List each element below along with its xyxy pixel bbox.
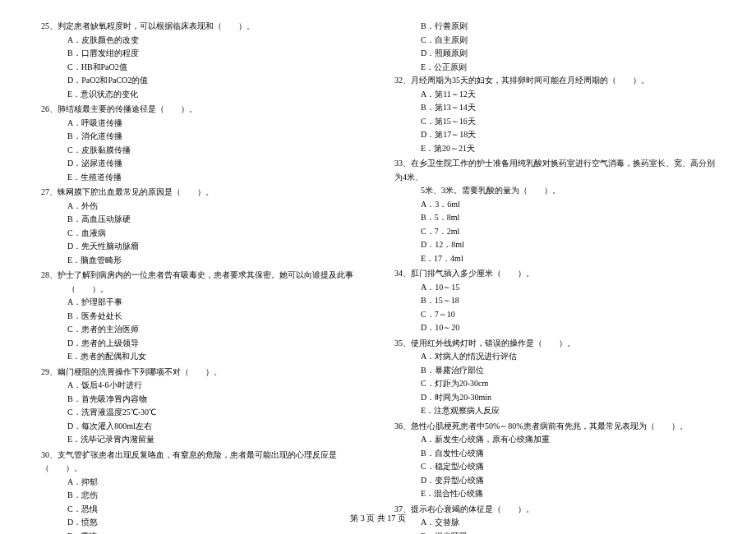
question-block: 27、蛛网膜下腔出血最常见的原因是（ ）。A．外伤B．高血压动脉硬C．血液病D．… xyxy=(41,186,362,267)
answer-option: E．注意观察病人反应 xyxy=(394,404,715,418)
question-block: 25、判定患者缺氧程度时，可以根据临床表现和（ ）。A．皮肤颜色的改变B．口唇发… xyxy=(41,20,362,101)
question-block: 32、月经周期为35天的妇女，其排卵时间可能在月经周期的（ ）。A．第11～12… xyxy=(394,74,715,155)
question-block: 29、幽门梗阻的洗胃操作下列哪项不对（ ）。A．饭后4-6小时进行B．首先吸净胃… xyxy=(41,366,362,447)
answer-option: E．第20～21天 xyxy=(394,142,715,156)
answer-option: B．医务处处长 xyxy=(41,310,362,324)
answer-option: A．外伤 xyxy=(41,200,362,214)
question-block: 33、在乡卫生院工作的护士准备用纯乳酸对换药室进行空气消毒，换药室长、宽、高分别… xyxy=(394,157,715,265)
answer-option: C．自主原则 xyxy=(394,34,715,48)
question-continuation: （ ）。 xyxy=(41,283,362,297)
answer-option: D．每次灌入800ml左右 xyxy=(41,420,362,434)
answer-option: E．混合性心绞痛 xyxy=(394,487,715,501)
answer-option: A．皮肤颜色的改变 xyxy=(41,34,362,48)
question-text: 30、支气管扩张患者出现反复咯血，有窒息的危险，患者最可能出现的心理反应是（ ）… xyxy=(41,449,362,476)
answer-option: C．患者的主治医师 xyxy=(41,323,362,337)
answer-option: A．呼吸道传播 xyxy=(41,117,362,131)
question-text: 34、肛门排气插入多少厘米（ ）。 xyxy=(394,267,715,281)
answer-option: B．端坐呼吸 xyxy=(394,530,715,535)
question-continuation: 5米、3米。需要乳酸的量为（ ）。 xyxy=(394,184,715,198)
question-text: 26、肺结核最主要的传播途径是（ ）。 xyxy=(41,103,362,117)
answer-option: B．口唇发绀的程度 xyxy=(41,47,362,61)
answer-option: E．震惊 xyxy=(41,530,362,535)
answer-option: D．照顾原则 xyxy=(394,47,715,61)
answer-option: D．PaO2和PaCO2的值 xyxy=(41,74,362,88)
answer-option: B．自发性心绞痛 xyxy=(394,447,715,461)
question-text: 25、判定患者缺氧程度时，可以根据临床表现和（ ）。 xyxy=(41,20,362,34)
question-text: 33、在乡卫生院工作的护士准备用纯乳酸对换药室进行空气消毒，换药室长、宽、高分别… xyxy=(394,157,715,184)
answer-option: D．时间为20-30min xyxy=(394,391,715,405)
answer-option: E．患者的配偶和儿女 xyxy=(41,350,362,364)
answer-option: E．脑血管畸形 xyxy=(41,254,362,268)
question-block: 28、护士了解到病房内的一位患者曾有吸毒史，患者要求其保密。她可以向谁提及此事（… xyxy=(41,269,362,364)
answer-option: A．新发生心绞痛，原有心绞痛加重 xyxy=(394,433,715,447)
answer-option: C．皮肤黏膜传播 xyxy=(41,144,362,158)
answer-option: B．悲伤 xyxy=(41,489,362,503)
answer-option: C．灯距为20-30cm xyxy=(394,377,715,391)
answer-option: D．第17～18天 xyxy=(394,128,715,142)
question-text: 36、急性心肌梗死患者中50%～80%患者病前有先兆，其最常见表现为（ ）。 xyxy=(394,420,715,434)
answer-option: C．血液病 xyxy=(41,227,362,241)
answer-option: B．行善原则 xyxy=(394,20,715,34)
answer-option: D．患者的上级领导 xyxy=(41,337,362,351)
answer-option: A．抑郁 xyxy=(41,476,362,490)
answer-option: A．饭后4-6小时进行 xyxy=(41,379,362,393)
answer-option: C．7．2ml xyxy=(394,225,715,239)
question-block: 26、肺结核最主要的传播途径是（ ）。A．呼吸道传播B．消化道传播C．皮肤黏膜传… xyxy=(41,103,362,184)
answer-option: C．HB和PaO2值 xyxy=(41,61,362,75)
question-block: 35、使用红外线烤灯时，错误的操作是（ ）。A．对病人的情况进行评估B．暴露治疗… xyxy=(394,337,715,418)
answer-option: B．第13～14天 xyxy=(394,101,715,115)
answer-option: B．15～18 xyxy=(394,294,715,308)
answer-option: D．泌尿道传播 xyxy=(41,157,362,171)
question-text: 29、幽门梗阻的洗胃操作下列哪项不对（ ）。 xyxy=(41,366,362,380)
question-text: 28、护士了解到病房内的一位患者曾有吸毒史，患者要求其保密。她可以向谁提及此事 xyxy=(41,269,362,283)
right-column: B．行善原则C．自主原则D．照顾原则E．公正原则32、月经周期为35天的妇女，其… xyxy=(394,20,715,534)
answer-option: C．第15～16天 xyxy=(394,115,715,129)
question-block: 34、肛门排气插入多少厘米（ ）。A．10～15B．15～18C．7～10D．1… xyxy=(394,267,715,335)
answer-option: A．第11～12天 xyxy=(394,88,715,102)
answer-option: A．10～15 xyxy=(394,281,715,295)
answer-option: E．公正原则 xyxy=(394,61,715,75)
left-column: 25、判定患者缺氧程度时，可以根据临床表现和（ ）。A．皮肤颜色的改变B．口唇发… xyxy=(41,20,362,534)
answer-option: A．3．6ml xyxy=(394,198,715,212)
exam-page: 25、判定患者缺氧程度时，可以根据临床表现和（ ）。A．皮肤颜色的改变B．口唇发… xyxy=(0,0,756,534)
answer-option: D．先天性脑动脉瘤 xyxy=(41,240,362,254)
answer-option: E．洗毕记录胃内潴留量 xyxy=(41,433,362,447)
question-text: 35、使用红外线烤灯时，错误的操作是（ ）。 xyxy=(394,337,715,351)
question-text: 32、月经周期为35天的妇女，其排卵时间可能在月经周期的（ ）。 xyxy=(394,74,715,88)
answer-option: E．17．4ml xyxy=(394,252,715,266)
answer-option: D．变异型心绞痛 xyxy=(394,474,715,488)
page-footer: 第 3 页 共 17 页 xyxy=(0,513,756,524)
answer-option: C．7～10 xyxy=(394,308,715,322)
answer-option: D．12．8ml xyxy=(394,238,715,252)
answer-option: E．意识状态的变化 xyxy=(41,88,362,102)
answer-option: B．5．8ml xyxy=(394,211,715,225)
answer-option: D．10～20 xyxy=(394,321,715,335)
answer-option: A．对病人的情况进行评估 xyxy=(394,350,715,364)
answer-option: B．首先吸净胃内容物 xyxy=(41,393,362,407)
answer-option: B．消化道传播 xyxy=(41,130,362,144)
answer-option: C．稳定型心绞痛 xyxy=(394,460,715,474)
answer-option: C．洗胃液温度25℃-30℃ xyxy=(41,406,362,420)
answer-option: B．暴露治疗部位 xyxy=(394,364,715,378)
question-text: 27、蛛网膜下腔出血最常见的原因是（ ）。 xyxy=(41,186,362,200)
answer-option: A．护理部干事 xyxy=(41,296,362,310)
question-block: 36、急性心肌梗死患者中50%～80%患者病前有先兆，其最常见表现为（ ）。A．… xyxy=(394,420,715,501)
answer-option: B．高血压动脉硬 xyxy=(41,213,362,227)
answer-option: E．生殖道传播 xyxy=(41,171,362,185)
